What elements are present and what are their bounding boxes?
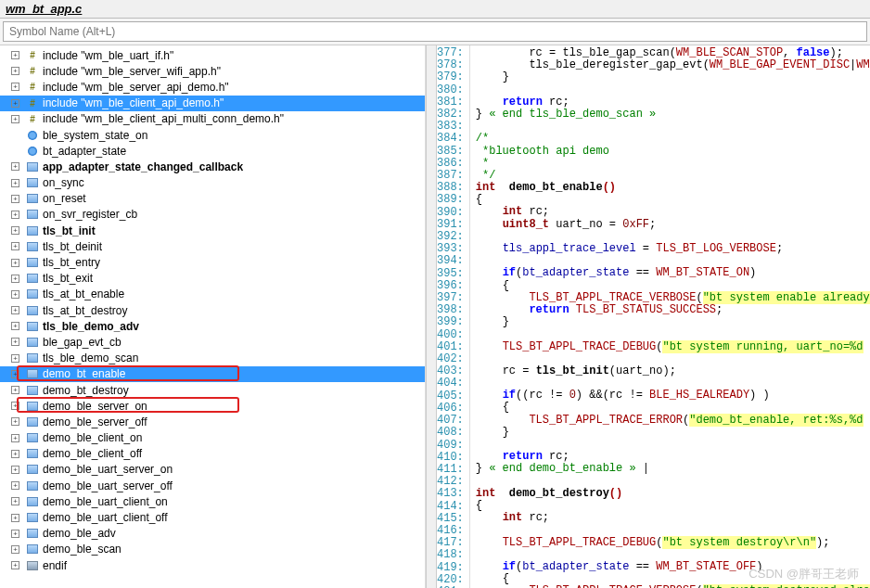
- tree-item-label: tls_at_bt_destroy: [43, 304, 127, 317]
- tree-item[interactable]: +#include "wm_ble_server_api_demo.h": [0, 79, 425, 95]
- tree-item[interactable]: +tls_bt_init: [0, 223, 425, 238]
- tree-item[interactable]: +on_sync: [0, 175, 425, 191]
- expand-icon[interactable]: +: [11, 434, 19, 442]
- tree-item[interactable]: bt_adapter_state: [0, 143, 425, 159]
- expand-icon[interactable]: +: [11, 83, 19, 91]
- code-line[interactable]: TLS_BT_APPL_TRACE_DEBUG("bt system destr…: [476, 537, 870, 549]
- code-content[interactable]: rc = tls_ble_gap_scan(WM_BLE_SCAN_STOP, …: [470, 45, 870, 588]
- code-line[interactable]: *: [476, 158, 870, 170]
- code-line[interactable]: TLS_BT_APPL_TRACE_ERROR("demo_bt_enable,…: [476, 415, 870, 427]
- expand-icon[interactable]: +: [11, 306, 19, 314]
- include-icon: #: [26, 81, 39, 94]
- expand-icon[interactable]: +: [11, 466, 19, 474]
- expand-icon[interactable]: +: [11, 402, 19, 410]
- tree-item[interactable]: +#include "wm_ble_server_wifi_app.h": [0, 63, 425, 79]
- code-line[interactable]: }: [476, 316, 870, 328]
- tree-item[interactable]: +demo_ble_client_on: [0, 430, 425, 446]
- tree-item[interactable]: +demo_ble_uart_client_off: [0, 509, 425, 525]
- expand-icon[interactable]: +: [11, 242, 19, 250]
- symbol-search-input[interactable]: [3, 21, 867, 42]
- expand-icon[interactable]: +: [11, 99, 19, 108]
- tree-item[interactable]: +tls_at_bt_enable: [0, 287, 425, 302]
- code-line[interactable]: if(bt_adapter_state == WM_BT_STATE_ON): [476, 267, 870, 279]
- expand-icon[interactable]: +: [11, 450, 19, 458]
- tree-item[interactable]: +demo_ble_server_on: [0, 398, 425, 414]
- expand-icon[interactable]: +: [11, 275, 19, 283]
- tree-item[interactable]: +ble_gap_evt_cb: [0, 334, 425, 350]
- expand-icon[interactable]: +: [11, 195, 19, 203]
- expand-icon[interactable]: +: [11, 354, 19, 363]
- tree-item[interactable]: +tls_bt_deinit: [0, 238, 425, 254]
- expand-icon[interactable]: +: [11, 514, 19, 522]
- expand-icon[interactable]: +: [11, 530, 19, 538]
- line-number: 390:: [437, 207, 466, 219]
- tree-item[interactable]: +demo_ble_server_off: [0, 414, 425, 429]
- expand-icon[interactable]: +: [11, 290, 19, 299]
- code-line[interactable]: if((rc != 0) &&(rc != BLE_HS_EALREADY) ): [476, 390, 870, 402]
- tree-item[interactable]: +tls_bt_entry: [0, 254, 425, 270]
- tree-item[interactable]: ble_system_state_on: [0, 127, 425, 143]
- tree-item[interactable]: +demo_bt_destroy: [0, 382, 425, 398]
- code-line[interactable]: }: [476, 427, 870, 439]
- tree-item[interactable]: +#include "wm_ble_client_api_demo.h": [0, 96, 425, 111]
- code-line[interactable]: uint8_t uart_no = 0xFF;: [476, 219, 870, 231]
- expand-icon[interactable]: +: [11, 497, 19, 505]
- function-icon: [26, 495, 39, 508]
- code-line[interactable]: } « end demo_bt_enable » |: [476, 463, 870, 475]
- expand-icon[interactable]: +: [11, 386, 19, 394]
- line-number: 418:: [437, 549, 466, 561]
- code-line[interactable]: tls_appl_trace_level = TLS_BT_LOG_VERBOS…: [476, 243, 870, 255]
- code-line[interactable]: if(bt_adapter_state == WM_BT_STATE_OFF): [476, 561, 870, 573]
- expand-icon[interactable]: +: [11, 226, 19, 235]
- tree-item[interactable]: +demo_ble_uart_server_on: [0, 462, 425, 478]
- code-line[interactable]: return TLS_BT_STATUS_SUCCESS;: [476, 304, 870, 316]
- expand-icon[interactable]: +: [11, 51, 19, 59]
- code-line[interactable]: }: [476, 71, 870, 83]
- tree-item[interactable]: +tls_at_bt_destroy: [0, 302, 425, 318]
- tree-item[interactable]: +tls_bt_exit: [0, 271, 425, 287]
- tree-item[interactable]: +#include "wm_ble_client_api_multi_conn_…: [0, 111, 425, 127]
- expand-icon[interactable]: +: [11, 561, 19, 569]
- tree-item[interactable]: +app_adapter_state_changed_callback: [0, 159, 425, 174]
- tree-item[interactable]: +tls_ble_demo_adv: [0, 318, 425, 334]
- splitter[interactable]: [426, 45, 437, 588]
- expand-icon[interactable]: +: [11, 162, 19, 171]
- expand-icon[interactable]: +: [11, 417, 19, 426]
- tree-item[interactable]: +demo_ble_scan: [0, 542, 425, 557]
- expand-icon[interactable]: +: [11, 370, 19, 378]
- expand-icon[interactable]: +: [11, 259, 19, 267]
- function-icon: [26, 208, 39, 221]
- tree-item[interactable]: +endif: [0, 557, 425, 573]
- tree-item[interactable]: +on_svr_register_cb: [0, 207, 425, 223]
- code-line[interactable]: *bluetooth api demo: [476, 146, 870, 158]
- symbol-tree-panel[interactable]: +#include "wm_ble_uart_if.h"+#include "w…: [0, 45, 426, 588]
- expand-icon[interactable]: +: [11, 322, 19, 330]
- code-line[interactable]: int demo_bt_destroy(): [476, 488, 870, 500]
- code-editor[interactable]: 377:378:379:380:381:382:383:384:385:386:…: [437, 45, 870, 588]
- code-line[interactable]: tls_ble_deregister_gap_evt(WM_BLE_GAP_EV…: [476, 59, 870, 71]
- expand-icon[interactable]: +: [11, 481, 19, 490]
- code-line[interactable]: [476, 121, 870, 133]
- tree-item[interactable]: +#include "wm_ble_uart_if.h": [0, 47, 425, 63]
- symbol-icon: [26, 559, 39, 572]
- tree-item[interactable]: +tls_ble_demo_scan: [0, 351, 425, 366]
- tree-item[interactable]: +demo_ble_uart_server_off: [0, 478, 425, 493]
- expand-icon[interactable]: +: [11, 545, 19, 554]
- code-line[interactable]: int rc;: [476, 512, 870, 524]
- line-number: 419:: [437, 562, 466, 574]
- code-line[interactable]: TLS_BT_APPL_TRACE_DEBUG("bt system runni…: [476, 341, 870, 353]
- tree-item[interactable]: +demo_ble_adv: [0, 526, 425, 542]
- code-line[interactable]: int demo_bt_enable(): [476, 182, 870, 194]
- code-line[interactable]: } « end tls_ble_demo_scan »: [476, 109, 870, 121]
- tree-item[interactable]: +demo_ble_client_off: [0, 446, 425, 462]
- expand-icon[interactable]: +: [11, 211, 19, 219]
- expand-icon[interactable]: +: [11, 67, 19, 75]
- tree-item[interactable]: +demo_bt_enable: [0, 366, 425, 382]
- expand-icon[interactable]: +: [11, 115, 19, 123]
- expand-icon[interactable]: +: [11, 179, 19, 187]
- code-line[interactable]: rc = tls_bt_init(uart_no);: [476, 365, 870, 377]
- tree-item-label: ble_system_state_on: [43, 129, 147, 142]
- tree-item[interactable]: +demo_ble_uart_client_on: [0, 493, 425, 509]
- expand-icon[interactable]: +: [11, 338, 19, 346]
- tree-item[interactable]: +on_reset: [0, 191, 425, 207]
